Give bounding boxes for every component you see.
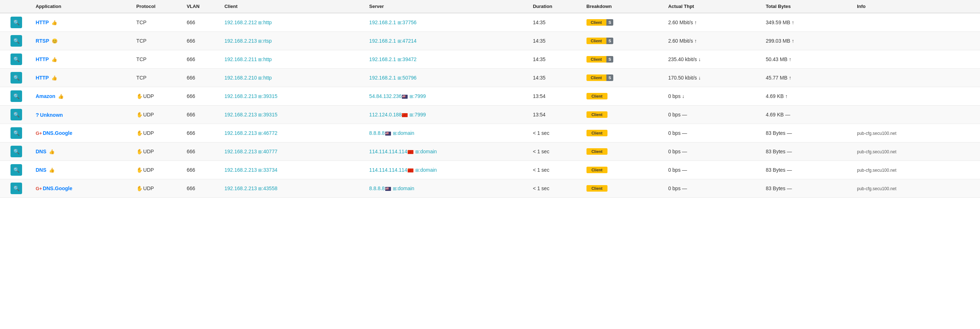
- cell-server: 114.114.114.114🇨🇳 ⊞:domain: [366, 142, 530, 161]
- app-name-link[interactable]: HTTP: [35, 56, 49, 62]
- search-button[interactable]: 🔍: [11, 183, 22, 194]
- cell-info: pub-cfg.secu100.net: [854, 124, 980, 142]
- search-button[interactable]: 🔍: [11, 54, 22, 65]
- client-ip-link[interactable]: 192.168.2.213: [224, 130, 257, 136]
- app-name-link[interactable]: DNS.Google: [43, 185, 72, 191]
- cell-info: [854, 69, 980, 87]
- search-button[interactable]: 🔍: [11, 109, 22, 120]
- app-name-link[interactable]: RTSP: [35, 38, 49, 44]
- search-button[interactable]: 🔍: [11, 127, 22, 139]
- server-ip-link[interactable]: 8.8.8.8: [369, 185, 385, 191]
- client-port-link[interactable]: :43558: [262, 185, 277, 191]
- app-name-link[interactable]: HTTP: [35, 19, 49, 25]
- protocol-value: TCP: [137, 38, 146, 44]
- bytes-arrow-icon: —: [787, 130, 792, 136]
- server-ip-link[interactable]: 112.124.0.188: [369, 112, 402, 117]
- app-name-link[interactable]: HTTP: [35, 75, 49, 81]
- network-flows-table: Application Protocol VLAN Client Server …: [0, 0, 980, 198]
- cell-breakdown: Client: [584, 179, 665, 198]
- client-port-link[interactable]: :39315: [262, 93, 277, 99]
- server-port-link[interactable]: :domain: [396, 185, 415, 191]
- server-port-link[interactable]: :7999: [413, 93, 426, 99]
- col-header-info: Info: [854, 0, 980, 13]
- server-network-icon: ⊞: [398, 76, 401, 81]
- server-ip-link[interactable]: 192.168.2.1: [369, 75, 396, 81]
- cell-total-bytes: 299.03 MB ↑: [763, 32, 854, 50]
- client-port-link[interactable]: :39315: [262, 112, 277, 117]
- client-ip-link[interactable]: 192.168.2.213: [224, 38, 257, 44]
- search-button[interactable]: 🔍: [11, 17, 22, 28]
- cell-application: RTSP 😊: [33, 32, 133, 50]
- server-network-icon: ⊞: [398, 39, 401, 44]
- client-ip-link[interactable]: 192.168.2.213: [224, 167, 257, 173]
- duration-value: 14:35: [533, 19, 546, 25]
- client-port-link[interactable]: :http: [262, 75, 272, 81]
- cell-server: 54.84.132.236🇺🇸 ⊞:7999: [366, 87, 530, 106]
- cell-server: 112.124.0.188🇨🇳 ⊞:7999: [366, 106, 530, 124]
- bytes-arrow-icon: ↑: [789, 75, 791, 81]
- cell-info: [854, 50, 980, 69]
- client-port-link[interactable]: :http: [262, 19, 272, 25]
- thpt-value: 2.60 Mbit/s ↑: [668, 19, 697, 25]
- server-ip-link[interactable]: 114.114.114.114: [369, 149, 407, 154]
- bytes-value: 83 Bytes —: [766, 167, 792, 173]
- flag-us-icon: 🇺🇸: [385, 187, 391, 191]
- cell-server: 192.168.2.1 ⊞:37756: [366, 13, 530, 32]
- client-ip-link[interactable]: 192.168.2.213: [224, 112, 257, 117]
- client-port-link[interactable]: :http: [262, 56, 272, 62]
- breakdown-client-label: Client: [587, 38, 606, 44]
- table-row: 🔍HTTP 👍TCP666192.168.2.211 ⊞:http192.168…: [0, 50, 980, 69]
- server-port-link[interactable]: :domain: [396, 130, 415, 136]
- server-port-link[interactable]: :50796: [401, 75, 417, 81]
- vlan-value: 666: [187, 93, 195, 99]
- app-name-link[interactable]: DNS: [35, 149, 46, 154]
- cell-breakdown: Client: [584, 106, 665, 124]
- server-port-link[interactable]: :37756: [401, 19, 417, 25]
- client-port-link[interactable]: :33734: [262, 167, 277, 173]
- server-ip-link[interactable]: 192.168.2.1: [369, 19, 396, 25]
- client-ip-link[interactable]: 192.168.2.212: [224, 19, 257, 25]
- server-port-link[interactable]: :39472: [401, 56, 417, 62]
- cell-server: 192.168.2.1 ⊞:47214: [366, 32, 530, 50]
- server-port-link[interactable]: :domain: [419, 167, 437, 173]
- app-name-link[interactable]: Amazon: [35, 93, 55, 99]
- cell-server: 192.168.2.1 ⊞:39472: [366, 50, 530, 69]
- breakdown-server-label: S: [606, 38, 613, 44]
- client-ip-link[interactable]: 192.168.2.213: [224, 93, 257, 99]
- thpt-arrow-icon: ↓: [682, 93, 684, 99]
- client-ip-link[interactable]: 192.168.2.210: [224, 75, 257, 81]
- client-port-link[interactable]: :46772: [262, 130, 277, 136]
- server-ip-link[interactable]: 54.84.132.236: [369, 93, 402, 99]
- cell-client: 192.168.2.211 ⊞:http: [221, 50, 366, 69]
- duration-value: 14:35: [533, 75, 546, 81]
- app-name-link[interactable]: Unknown: [40, 112, 63, 118]
- search-button[interactable]: 🔍: [11, 146, 22, 157]
- client-ip-link[interactable]: 192.168.2.211: [224, 56, 257, 62]
- server-ip-link[interactable]: 8.8.8.8: [369, 130, 385, 136]
- breakdown-server-label: S: [606, 74, 613, 81]
- search-button[interactable]: 🔍: [11, 72, 22, 84]
- cell-total-bytes: 4.69 KB ↑: [763, 87, 854, 106]
- client-port-link[interactable]: :40777: [262, 149, 277, 154]
- protocol-value: UDP: [143, 93, 154, 99]
- cell-breakdown: Client: [584, 124, 665, 142]
- server-network-icon: ⊞: [393, 186, 396, 191]
- server-port-link[interactable]: :47214: [401, 38, 417, 44]
- cell-duration: 14:35: [530, 32, 584, 50]
- client-ip-link[interactable]: 192.168.2.213: [224, 149, 257, 154]
- server-port-link[interactable]: :7999: [413, 112, 426, 117]
- protocol-value: UDP: [143, 130, 154, 136]
- app-name-link[interactable]: DNS: [35, 167, 46, 173]
- search-button[interactable]: 🔍: [11, 90, 22, 102]
- server-ip-link[interactable]: 192.168.2.1: [369, 38, 396, 44]
- client-port-link[interactable]: :rtsp: [262, 38, 272, 44]
- server-port-link[interactable]: :domain: [419, 149, 437, 154]
- col-header-actual-thpt: Actual Thpt: [665, 0, 763, 13]
- app-name-link[interactable]: DNS.Google: [43, 130, 72, 136]
- server-ip-link[interactable]: 192.168.2.1: [369, 56, 396, 62]
- search-button[interactable]: 🔍: [11, 164, 22, 176]
- client-ip-link[interactable]: 192.168.2.213: [224, 185, 257, 191]
- server-ip-link[interactable]: 114.114.114.114: [369, 167, 407, 173]
- cell-client: 192.168.2.213 ⊞:46772: [221, 124, 366, 142]
- search-button[interactable]: 🔍: [11, 35, 22, 47]
